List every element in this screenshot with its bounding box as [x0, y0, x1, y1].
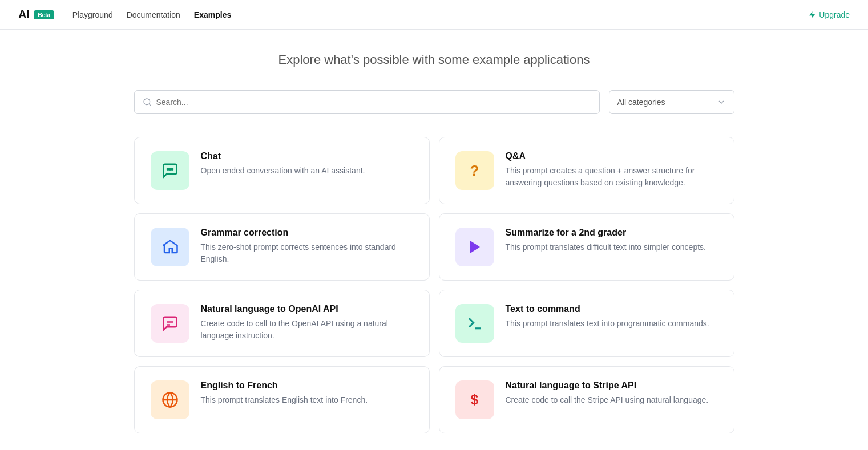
nav-link-examples[interactable]: Examples	[194, 10, 231, 19]
card-desc-nl-stripe: Create code to call the Stripe API using…	[506, 394, 718, 406]
card-desc-chat: Open ended conversation with an AI assis…	[201, 165, 413, 177]
main-content: Explore what's possible with some exampl…	[120, 30, 748, 450]
card-icon-summarize	[455, 228, 494, 266]
page-title: Explore what's possible with some exampl…	[134, 52, 734, 67]
card-desc-summarize: This prompt translates difficult text in…	[506, 241, 718, 253]
card-content-text-command: Text to command This prompt translates t…	[506, 304, 718, 330]
card-content-chat: Chat Open ended conversation with an AI …	[201, 151, 413, 177]
nav-link-playground[interactable]: Playground	[72, 10, 113, 19]
search-input[interactable]	[156, 98, 591, 107]
card-desc-grammar: This zero-shot prompt corrects sentences…	[201, 241, 413, 265]
card-title-summarize: Summarize for a 2nd grader	[506, 228, 718, 238]
card-content-en-fr: English to French This prompt translates…	[201, 380, 413, 406]
svg-point-4	[171, 168, 173, 170]
search-row: All categories	[134, 90, 734, 114]
search-icon	[143, 98, 152, 107]
card-title-text-command: Text to command	[506, 304, 718, 314]
svg-marker-6	[470, 241, 480, 254]
svg-line-1	[149, 104, 151, 106]
card-icon-en-fr	[151, 380, 189, 419]
category-label: All categories	[617, 98, 665, 107]
card-content-qa: Q&A This prompt creates a question + ans…	[506, 151, 718, 189]
card-icon-text-command	[455, 304, 494, 343]
category-dropdown[interactable]: All categories	[609, 90, 734, 114]
card-desc-nl-openai: Create code to call to the OpenAI API us…	[201, 318, 413, 342]
card-icon-qa: ?	[455, 151, 494, 190]
nav-links: Playground Documentation Examples	[72, 10, 231, 19]
card-qa[interactable]: ? Q&A This prompt creates a question + a…	[439, 137, 734, 204]
card-en-fr[interactable]: English to French This prompt translates…	[134, 366, 430, 433]
card-title-nl-stripe: Natural language to Stripe API	[506, 380, 718, 391]
upgrade-label: Upgrade	[819, 10, 850, 19]
card-grammar[interactable]: Grammar correction This zero-shot prompt…	[134, 213, 430, 281]
card-icon-chat	[151, 151, 189, 190]
search-box	[134, 90, 600, 114]
svg-point-0	[144, 99, 150, 105]
card-title-qa: Q&A	[506, 151, 718, 161]
nav-logo: AI Beta	[18, 8, 54, 21]
nav-link-documentation[interactable]: Documentation	[127, 10, 180, 19]
card-title-en-fr: English to French	[201, 380, 413, 391]
card-title-grammar: Grammar correction	[201, 228, 413, 238]
card-desc-text-command: This prompt translates text into program…	[506, 318, 718, 330]
card-desc-qa: This prompt creates a question + answer …	[506, 165, 718, 189]
card-icon-nl-stripe: $	[455, 380, 494, 419]
card-content-summarize: Summarize for a 2nd grader This prompt t…	[506, 228, 718, 253]
card-chat[interactable]: Chat Open ended conversation with an AI …	[134, 137, 430, 204]
card-icon-nl-openai	[151, 304, 189, 343]
card-summarize[interactable]: Summarize for a 2nd grader This prompt t…	[439, 213, 734, 281]
card-content-nl-openai: Natural language to OpenAI API Create co…	[201, 304, 413, 342]
card-icon-grammar	[151, 228, 189, 266]
card-content-nl-stripe: Natural language to Stripe API Create co…	[506, 380, 718, 406]
svg-point-3	[169, 168, 171, 170]
nav-logo-text: AI	[18, 8, 29, 21]
upgrade-icon	[808, 11, 816, 19]
svg-point-2	[167, 168, 169, 170]
card-text-command[interactable]: Text to command This prompt translates t…	[439, 290, 734, 357]
chevron-down-icon	[717, 98, 726, 107]
card-title-nl-openai: Natural language to OpenAI API	[201, 304, 413, 314]
upgrade-link[interactable]: Upgrade	[808, 10, 850, 19]
card-title-chat: Chat	[201, 151, 413, 161]
card-desc-en-fr: This prompt translates English text into…	[201, 394, 413, 406]
cards-grid: Chat Open ended conversation with an AI …	[134, 137, 734, 433]
navbar: AI Beta Playground Documentation Example…	[0, 0, 868, 30]
beta-badge: Beta	[34, 10, 54, 19]
card-nl-stripe[interactable]: $ Natural language to Stripe API Create …	[439, 366, 734, 433]
card-content-grammar: Grammar correction This zero-shot prompt…	[201, 228, 413, 265]
card-nl-openai[interactable]: Natural language to OpenAI API Create co…	[134, 290, 430, 357]
